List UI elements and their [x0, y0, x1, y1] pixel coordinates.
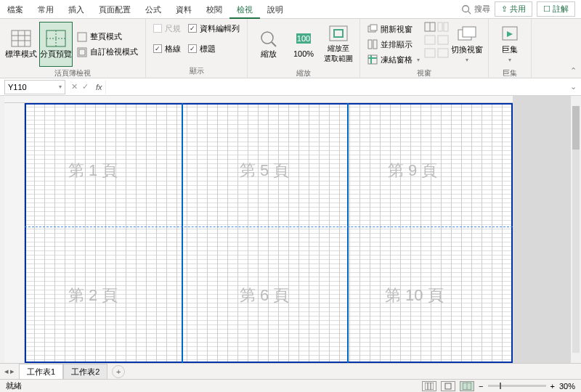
zoom-slider[interactable]	[488, 385, 546, 387]
grid-icon	[425, 383, 434, 390]
column-headers[interactable]	[4, 96, 513, 103]
svg-point-13	[261, 32, 273, 44]
comment-button[interactable]: ☐ 註解	[537, 1, 575, 17]
svg-line-1	[468, 11, 471, 14]
tab-layout[interactable]: 頁面配置	[92, 0, 138, 19]
hide-icon[interactable]	[424, 35, 436, 45]
zoom-button[interactable]: 縮放	[252, 22, 285, 67]
zoom-in-button[interactable]: +	[550, 382, 555, 391]
zoom-group-label: 縮放	[252, 67, 355, 78]
tab-help[interactable]: 說明	[260, 0, 290, 19]
freeze-icon	[367, 54, 378, 65]
svg-rect-12	[79, 49, 85, 55]
normal-view-status-button[interactable]	[422, 381, 436, 391]
switch-windows-button[interactable]: 切換視窗▾	[450, 22, 484, 67]
tab-insert[interactable]: 插入	[61, 0, 92, 19]
svg-line-14	[272, 42, 276, 46]
enter-formula-icon: ✓	[82, 82, 89, 91]
sheet-nav-next-icon[interactable]: ▸	[10, 367, 15, 376]
reset-pos-icon[interactable]	[437, 48, 449, 58]
out-of-print-area	[513, 96, 577, 363]
normal-view-button[interactable]: 標準模式	[4, 22, 38, 67]
tab-data[interactable]: 資料	[168, 0, 199, 19]
switch-windows-icon	[457, 25, 477, 43]
normal-view-icon	[11, 30, 31, 47]
svg-rect-32	[438, 36, 448, 44]
add-sheet-button[interactable]: +	[112, 365, 125, 378]
share-button[interactable]: ⇪ 共用	[495, 1, 532, 17]
sheet-nav-prev-icon[interactable]: ◂	[4, 367, 9, 376]
worksheet-grid[interactable]: 第 1 頁 第 5 頁 第 9 頁 第 2 頁 第 6 頁 第 10 頁	[0, 96, 581, 363]
formula-input[interactable]	[105, 80, 566, 94]
zoom-level[interactable]: 30%	[559, 382, 575, 391]
arrange-icon	[367, 39, 378, 49]
collapse-ribbon-icon[interactable]: ⌃	[570, 66, 577, 75]
page-break-status-button[interactable]	[460, 381, 474, 391]
svg-rect-31	[444, 23, 448, 31]
ruler-checkbox: 尺規	[150, 22, 184, 35]
svg-rect-2	[12, 30, 31, 46]
svg-point-0	[463, 5, 469, 12]
page-layout-status-button[interactable]	[441, 381, 455, 391]
svg-rect-28	[425, 36, 435, 44]
vertical-scrollbar[interactable]	[571, 96, 581, 363]
tab-home[interactable]: 常用	[31, 0, 61, 19]
svg-rect-38	[425, 383, 434, 390]
svg-rect-22	[373, 40, 377, 49]
custom-views-icon	[77, 47, 87, 57]
tab-file[interactable]: 檔案	[0, 0, 31, 19]
page-break-preview-button[interactable]: 分頁預覽	[39, 22, 73, 67]
fx-label[interactable]: fx	[93, 83, 105, 91]
svg-rect-29	[425, 49, 435, 57]
break-icon	[463, 383, 471, 390]
page-layout-icon	[77, 32, 87, 42]
gridlines-checkbox[interactable]: 格線	[150, 42, 184, 55]
page-layout-button[interactable]: 整頁模式	[74, 30, 141, 44]
unhide-icon[interactable]	[424, 48, 436, 58]
svg-rect-10	[78, 33, 86, 41]
tab-formulas[interactable]: 公式	[138, 0, 168, 19]
svg-rect-23	[368, 55, 377, 64]
sync-scroll-icon[interactable]	[437, 35, 449, 45]
workbook-views-group-label: 活頁簿檢視	[4, 67, 141, 78]
view-side-icon[interactable]	[437, 22, 449, 32]
svg-rect-41	[445, 383, 451, 389]
sheet-tab-1[interactable]: 工作表1	[19, 364, 63, 380]
tab-review[interactable]: 校閱	[199, 0, 229, 19]
cancel-formula-icon: ✕	[71, 82, 78, 91]
svg-text:100: 100	[297, 34, 310, 43]
zoom-100-icon: 100	[293, 30, 314, 48]
zoom-out-button[interactable]: −	[479, 382, 483, 391]
name-box[interactable]: Y110▾	[4, 80, 65, 94]
page-icon	[444, 383, 452, 390]
svg-rect-20	[370, 25, 377, 30]
page-break-icon	[46, 30, 66, 47]
macros-group-label: 巨集	[493, 67, 527, 78]
formula-bar-checkbox[interactable]: 資料編輯列	[185, 22, 243, 35]
zoom-100-button[interactable]: 100 100%	[287, 22, 320, 67]
svg-rect-30	[438, 23, 442, 31]
split-icon[interactable]	[424, 22, 436, 32]
svg-rect-17	[330, 26, 347, 41]
expand-formula-bar-icon[interactable]: ⌄	[566, 82, 581, 91]
headings-checkbox[interactable]: 標題	[185, 42, 243, 55]
custom-views-button[interactable]: 自訂檢視模式	[74, 46, 141, 59]
svg-rect-35	[463, 27, 476, 37]
arrange-all-button[interactable]: 並排顯示	[365, 38, 423, 51]
status-ready: 就緒	[6, 380, 22, 391]
search-placeholder: 搜尋	[474, 4, 490, 15]
svg-rect-33	[438, 49, 448, 57]
zoom-selection-icon	[328, 25, 349, 42]
macros-icon	[500, 25, 520, 43]
sheet-tab-2[interactable]: 工作表2	[63, 364, 107, 380]
show-group-label: 顯示	[150, 65, 243, 76]
zoom-selection-button[interactable]: 縮放至 選取範圍	[322, 22, 355, 67]
svg-marker-37	[507, 31, 513, 37]
new-window-button[interactable]: 開新視窗	[365, 23, 423, 36]
tab-view[interactable]: 檢視	[229, 0, 260, 19]
search-icon	[461, 4, 471, 15]
row-headers[interactable]	[4, 103, 25, 363]
freeze-panes-button[interactable]: 凍結窗格▾	[365, 53, 423, 66]
macros-button[interactable]: 巨集▾	[493, 22, 527, 67]
search-box[interactable]: 搜尋	[461, 4, 490, 15]
